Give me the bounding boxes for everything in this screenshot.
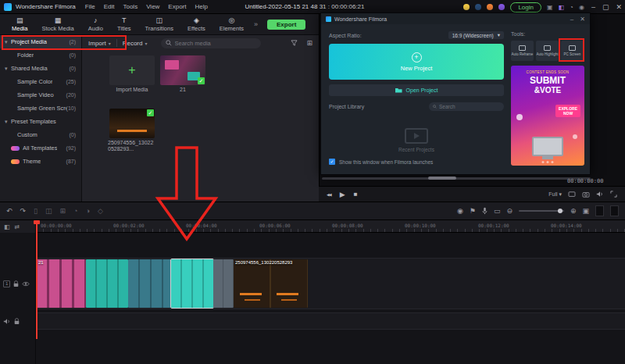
lock-icon[interactable] bbox=[13, 280, 19, 287]
stop-button[interactable]: ■ bbox=[354, 191, 358, 198]
promo-cta-button[interactable]: EXPLORE NOW bbox=[555, 105, 580, 117]
caret-down-icon[interactable]: ▾ bbox=[5, 66, 11, 72]
pc-screen-button[interactable]: PC Screen bbox=[561, 41, 584, 61]
sidebar-item-all-templates[interactable]: All Templates (92) bbox=[0, 141, 81, 155]
maximize-button[interactable]: ▢ bbox=[602, 3, 609, 11]
undo-icon[interactable]: ↶ bbox=[6, 207, 12, 215]
render-preview-icon[interactable]: ◉ bbox=[457, 207, 463, 215]
dark-mode-icon[interactable] bbox=[475, 4, 481, 10]
library-search-input[interactable] bbox=[439, 104, 500, 109]
menu-export[interactable]: Export bbox=[168, 3, 186, 10]
fit-screen-icon[interactable] bbox=[568, 191, 576, 198]
minimize-button[interactable]: – bbox=[570, 16, 573, 23]
tab-audio[interactable]: ♪ Audio bbox=[81, 16, 110, 32]
sidebar-item-sample-color[interactable]: Sample Color (25) bbox=[0, 75, 81, 88]
lock-icon[interactable] bbox=[14, 318, 20, 325]
timeline-zoom-slider[interactable] bbox=[519, 210, 564, 212]
keyframe-icon[interactable]: ◇ bbox=[98, 207, 103, 215]
close-button[interactable]: ✕ bbox=[580, 16, 585, 23]
sidebar-item-custom[interactable]: Custom (0) bbox=[0, 128, 81, 141]
snapshot-camera-icon[interactable] bbox=[582, 191, 590, 198]
tab-stock-media[interactable]: ▦ Stock Media bbox=[34, 16, 80, 32]
timeline-clip-video[interactable]: 250974556_130220528293 bbox=[234, 259, 308, 308]
audio-track-lane[interactable] bbox=[36, 312, 625, 330]
timeline-option-button[interactable] bbox=[595, 205, 604, 216]
tab-effects[interactable]: ◈ Effects bbox=[180, 16, 212, 32]
play-button[interactable]: ▶ bbox=[340, 191, 345, 198]
split-icon[interactable]: ◫ bbox=[45, 207, 52, 215]
timeline-clip-green-1[interactable] bbox=[86, 259, 128, 308]
import-dropdown[interactable]: Import ▾ bbox=[88, 40, 111, 47]
sidebar-item-project-media[interactable]: ▾ Project Media (2) bbox=[0, 35, 81, 48]
screen-record-icon[interactable]: ▭ bbox=[494, 207, 501, 215]
grid-view-icon[interactable]: ⊞ bbox=[306, 39, 312, 47]
whats-new-icon[interactable] bbox=[463, 4, 470, 10]
new-project-button[interactable]: + New Project bbox=[329, 44, 504, 80]
tab-titles[interactable]: T Titles bbox=[110, 16, 138, 32]
more-tabs-icon[interactable]: » bbox=[254, 20, 258, 28]
tab-media[interactable]: ▤ Media bbox=[5, 16, 34, 32]
menu-view[interactable]: View bbox=[146, 3, 159, 10]
notifications-icon[interactable]: ◔ bbox=[570, 4, 573, 11]
media-item-video-thumbnail[interactable]: ✓ bbox=[109, 109, 155, 138]
timeline-clip-gray[interactable] bbox=[213, 259, 234, 308]
sidebar-item-theme[interactable]: Theme (87) bbox=[0, 155, 81, 168]
checkbox-checked-icon[interactable]: ✓ bbox=[329, 159, 335, 165]
minimize-button[interactable]: – bbox=[591, 3, 595, 11]
promo-pagination-dots[interactable] bbox=[542, 161, 554, 163]
library-search-box[interactable] bbox=[429, 102, 504, 111]
mute-speaker-icon[interactable] bbox=[3, 318, 11, 325]
timeline-ruler[interactable]: 00:00:00:00 00:00:02:00 00:00:04:00 00:0… bbox=[0, 220, 625, 233]
filter-icon[interactable] bbox=[291, 40, 298, 46]
menu-edit[interactable]: Edit bbox=[104, 3, 115, 10]
eye-icon[interactable] bbox=[22, 281, 30, 287]
zoom-in-icon[interactable]: ⊕ bbox=[570, 207, 577, 215]
auto-highlight-button[interactable]: Auto Highlight bbox=[536, 41, 559, 61]
caret-down-icon[interactable]: ▾ bbox=[5, 119, 11, 125]
zoom-level-dropdown[interactable]: Full ▾ bbox=[548, 191, 562, 198]
timeline-option-button[interactable] bbox=[610, 205, 619, 216]
tab-transitions[interactable]: ◫ Transitions bbox=[138, 16, 180, 32]
sidebar-item-shared-media[interactable]: ▾ Shared Media (0) bbox=[0, 62, 81, 75]
account-icon[interactable]: ◉ bbox=[579, 4, 584, 11]
previous-frame-button[interactable]: ◀◀ bbox=[327, 192, 331, 197]
aspect-ratio-dropdown[interactable]: 16:9 (Widescreen) ▾ bbox=[448, 31, 504, 39]
preview-seek-thumb[interactable] bbox=[428, 177, 456, 180]
launch-checkbox-row[interactable]: ✓ Show this window when Filmora launches bbox=[329, 159, 433, 165]
export-button[interactable]: Export bbox=[267, 20, 305, 30]
login-button[interactable]: Login bbox=[510, 2, 541, 12]
close-button[interactable]: ✕ bbox=[616, 3, 622, 11]
fullscreen-icon[interactable] bbox=[610, 191, 617, 198]
timeline-clip-green-2[interactable] bbox=[128, 259, 171, 308]
voiceover-mic-icon[interactable] bbox=[482, 207, 488, 215]
menu-tools[interactable]: Tools bbox=[123, 3, 138, 10]
crop-icon[interactable]: ⊞ bbox=[60, 207, 66, 215]
timeline-clip-green-selected[interactable] bbox=[171, 259, 213, 308]
color-correction-icon[interactable]: ◑ bbox=[86, 207, 90, 215]
tab-elements[interactable]: ◎ Elements bbox=[212, 16, 251, 32]
support-icon[interactable] bbox=[487, 4, 493, 10]
timeline-clip-21[interactable]: 21 bbox=[37, 259, 86, 308]
marker-icon[interactable]: ⚑ bbox=[470, 207, 476, 215]
caret-down-icon[interactable]: ▾ bbox=[5, 39, 11, 45]
zoom-out-icon[interactable]: ⊖ bbox=[506, 207, 512, 215]
sidebar-item-sample-video[interactable]: Sample Video (20) bbox=[0, 88, 81, 102]
plugin-icon[interactable] bbox=[498, 4, 505, 10]
delete-icon[interactable]: ▯ bbox=[34, 207, 38, 215]
manage-tracks-icon[interactable]: ◧ bbox=[4, 223, 10, 230]
upgrade-gift-icon[interactable]: ◧ bbox=[559, 4, 565, 11]
redo-icon[interactable]: ↷ bbox=[20, 207, 27, 215]
import-media-tile[interactable]: + bbox=[109, 55, 155, 85]
open-project-button[interactable]: Open Project bbox=[329, 84, 504, 96]
menu-file[interactable]: File bbox=[85, 3, 95, 10]
zoom-fit-icon[interactable]: ▣ bbox=[582, 207, 589, 215]
auto-reframe-button[interactable]: Auto Reframe bbox=[511, 41, 534, 61]
track-swap-icon[interactable]: ⇄ bbox=[15, 223, 20, 230]
preview-seek-bar[interactable] bbox=[322, 177, 591, 180]
snapshot-icon[interactable]: ▣ bbox=[547, 4, 553, 11]
promo-banner[interactable]: CONTEST ENDS SOON SUBMIT &VOTE EXPLORE N… bbox=[511, 66, 584, 166]
media-search-input[interactable] bbox=[175, 40, 253, 47]
volume-icon[interactable] bbox=[596, 191, 604, 198]
speed-icon[interactable]: ◔ bbox=[73, 207, 77, 215]
sidebar-item-sample-green-screen[interactable]: Sample Green Screen (10) bbox=[0, 102, 81, 115]
